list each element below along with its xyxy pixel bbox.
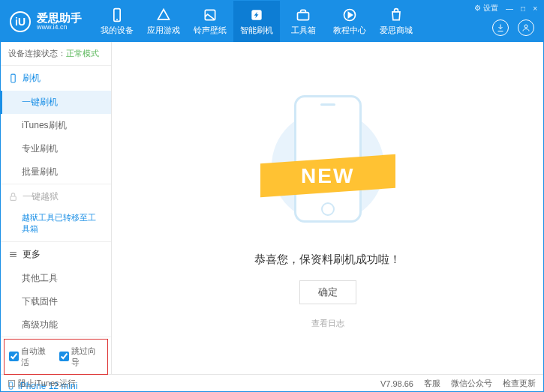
phone-icon xyxy=(8,73,18,83)
jailbreak-note: 越狱工具已转移至工具箱 xyxy=(1,209,111,241)
svg-point-7 xyxy=(524,25,527,28)
nav-tabs: 我的设备 应用游戏 铃声壁纸 智能刷机 工具箱 教程中心 爱思商城 xyxy=(94,1,419,42)
app-logo-icon: iU xyxy=(10,11,31,32)
version-label: V7.98.66 xyxy=(380,379,413,388)
sidebar-item-advanced[interactable]: 高级功能 xyxy=(1,313,111,337)
success-message: 恭喜您，保资料刷机成功啦！ xyxy=(254,253,401,267)
sidebar-section-flash[interactable]: 刷机 xyxy=(1,66,111,91)
nav-store[interactable]: 爱思商城 xyxy=(373,1,419,42)
svg-rect-4 xyxy=(298,12,309,19)
logo-area: iU 爱思助手 www.i4.cn xyxy=(1,11,91,32)
app-title: 爱思助手 xyxy=(37,12,82,23)
sidebar-item-oneclick[interactable]: 一键刷机 xyxy=(1,91,111,114)
settings-link[interactable]: ⚙ 设置 xyxy=(473,3,500,13)
sidebar-item-itunes[interactable]: iTunes刷机 xyxy=(1,114,111,137)
minimize-button[interactable]: — xyxy=(504,4,515,13)
nav-toolbox[interactable]: 工具箱 xyxy=(280,1,326,42)
user-icon xyxy=(521,23,530,32)
sidebar-item-other[interactable]: 其他工具 xyxy=(1,267,111,290)
tutorial-icon xyxy=(342,7,357,22)
phone-icon xyxy=(110,7,125,22)
nav-ringtones[interactable]: 铃声壁纸 xyxy=(187,1,233,42)
user-button[interactable] xyxy=(518,19,534,36)
nav-my-device[interactable]: 我的设备 xyxy=(94,1,140,42)
checkbox-skip-guide[interactable]: 跳过向导 xyxy=(59,346,104,368)
success-illustration: NEW xyxy=(268,88,388,238)
checkbox-auto-activate[interactable]: 自动激活 xyxy=(9,346,53,368)
nav-tutorials[interactable]: 教程中心 xyxy=(326,1,373,42)
nav-flash[interactable]: 智能刷机 xyxy=(233,1,280,42)
customer-service-link[interactable]: 客服 xyxy=(424,378,440,389)
sidebar-item-firmware[interactable]: 下载固件 xyxy=(1,290,111,313)
svg-rect-9 xyxy=(11,196,17,200)
connection-status: 设备连接状态：正常模式 xyxy=(1,42,111,66)
window-controls: ⚙ 设置 — □ × xyxy=(473,3,539,13)
sidebar-section-more[interactable]: 更多 xyxy=(1,242,111,267)
wechat-link[interactable]: 微信公众号 xyxy=(451,378,492,389)
main-content: NEW 恭喜您，保资料刷机成功啦！ 确定 查看日志 xyxy=(112,42,543,374)
lock-icon xyxy=(8,192,18,202)
toolbox-icon xyxy=(296,7,311,22)
svg-marker-6 xyxy=(348,12,352,17)
wallpaper-icon xyxy=(203,7,218,22)
checkbox-block-itunes[interactable]: 阻止iTunes运行 xyxy=(8,378,76,389)
close-button[interactable]: × xyxy=(531,4,539,13)
ok-button[interactable]: 确定 xyxy=(299,280,356,304)
check-update-link[interactable]: 检查更新 xyxy=(503,378,536,389)
maximize-button[interactable]: □ xyxy=(519,4,527,13)
svg-rect-8 xyxy=(11,74,15,82)
view-log-link[interactable]: 查看日志 xyxy=(311,318,344,329)
app-url: www.i4.cn xyxy=(37,23,82,31)
download-button[interactable] xyxy=(492,19,509,36)
store-icon xyxy=(389,7,404,22)
sidebar-item-batch[interactable]: 批量刷机 xyxy=(1,160,111,184)
sidebar-item-pro[interactable]: 专业刷机 xyxy=(1,137,111,160)
menu-icon xyxy=(8,250,18,259)
download-icon xyxy=(496,23,505,32)
sidebar: 设备连接状态：正常模式 刷机 一键刷机 iTunes刷机 专业刷机 批量刷机 一… xyxy=(1,42,112,374)
app-header: iU 爱思助手 www.i4.cn 我的设备 应用游戏 铃声壁纸 智能刷机 工具… xyxy=(1,1,543,42)
options-highlighted: 自动激活 跳过向导 xyxy=(4,339,108,375)
sidebar-section-jailbreak[interactable]: 一键越狱 xyxy=(1,184,111,209)
flash-icon xyxy=(249,7,264,22)
nav-apps[interactable]: 应用游戏 xyxy=(140,1,187,42)
new-badge: NEW xyxy=(301,163,354,187)
apps-icon xyxy=(156,7,171,22)
